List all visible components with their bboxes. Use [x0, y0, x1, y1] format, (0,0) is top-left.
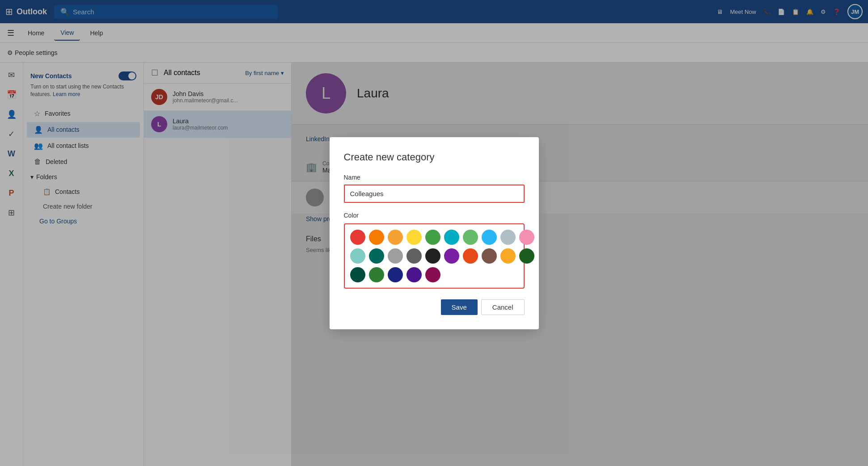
- color-swatch[interactable]: [350, 230, 365, 245]
- color-row-2: [350, 248, 518, 264]
- color-label: Color: [344, 212, 525, 219]
- color-swatch[interactable]: [406, 248, 422, 264]
- color-swatch[interactable]: [500, 230, 516, 245]
- color-swatch[interactable]: [482, 230, 497, 245]
- color-swatch[interactable]: [406, 230, 422, 245]
- color-swatch[interactable]: [444, 248, 459, 264]
- color-swatch[interactable]: [500, 248, 516, 264]
- color-swatch[interactable]: [369, 248, 384, 264]
- color-swatch[interactable]: [406, 267, 422, 282]
- color-swatch[interactable]: [369, 230, 384, 245]
- color-row-3: [350, 267, 518, 282]
- color-swatch[interactable]: [425, 267, 440, 282]
- category-name-input[interactable]: [344, 185, 525, 203]
- color-swatch[interactable]: [482, 248, 497, 264]
- color-row-1: [350, 230, 518, 245]
- color-swatch[interactable]: [463, 248, 478, 264]
- save-button[interactable]: Save: [441, 299, 478, 315]
- color-swatch[interactable]: [519, 230, 534, 245]
- color-swatch[interactable]: [388, 248, 403, 264]
- color-swatch[interactable]: [350, 248, 365, 264]
- color-swatch[interactable]: [425, 248, 440, 264]
- color-swatch[interactable]: [388, 230, 403, 245]
- name-label: Name: [344, 174, 525, 181]
- color-grid: [344, 223, 525, 289]
- cancel-button[interactable]: Cancel: [481, 299, 525, 315]
- color-swatch[interactable]: [519, 248, 534, 264]
- color-swatch[interactable]: [369, 267, 384, 282]
- modal-title: Create new category: [344, 151, 525, 163]
- modal-overlay: Create new category Name Color Save Canc…: [0, 0, 868, 466]
- color-swatch[interactable]: [350, 267, 365, 282]
- color-swatch[interactable]: [463, 230, 478, 245]
- color-swatch[interactable]: [444, 230, 459, 245]
- modal-actions: Save Cancel: [344, 299, 525, 315]
- create-category-modal: Create new category Name Color Save Canc…: [330, 137, 539, 329]
- color-swatch[interactable]: [425, 230, 440, 245]
- color-swatch[interactable]: [388, 267, 403, 282]
